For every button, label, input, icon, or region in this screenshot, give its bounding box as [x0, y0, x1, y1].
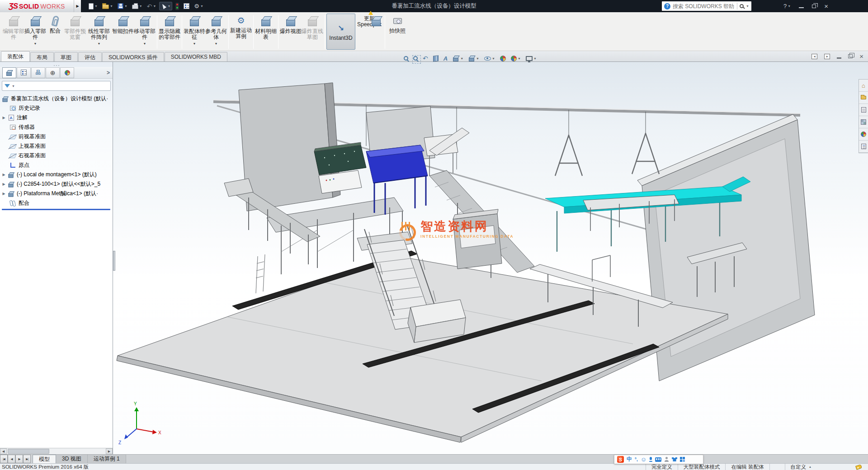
prev-tab-icon[interactable]: ◀ — [8, 455, 15, 463]
toolbox-grid-icon[interactable] — [680, 457, 685, 462]
panel-expand-chevron-icon[interactable]: > — [107, 70, 110, 76]
tab-model[interactable]: 模型 — [33, 455, 56, 463]
menu-flyout-arrow-icon[interactable]: ▶ — [74, 0, 81, 12]
tree-item-history[interactable]: 历史记录 — [1, 103, 113, 113]
annotation-views-button[interactable]: A — [443, 55, 448, 62]
zoom-to-fit-button[interactable] — [404, 56, 408, 61]
tree-item-component-c2854-100[interactable]: ▶(-) C2854-100<1> (默认<<默认>_5 — [1, 179, 113, 189]
file-explorer-tab[interactable] — [859, 104, 868, 116]
punctuation-icon[interactable]: °, — [635, 457, 638, 462]
assembly-features-button[interactable]: 装配体特征▼ — [184, 14, 205, 50]
search-input[interactable] — [673, 3, 735, 9]
options-button[interactable]: ⚙▼ — [193, 2, 205, 10]
linear-component-pattern-button[interactable]: 线性零部件阵列▼ — [86, 14, 112, 50]
bill-of-materials-button[interactable]: 材料明细表 — [255, 14, 277, 50]
doc-minimize-button[interactable] — [837, 57, 841, 59]
expand-arrow-icon[interactable]: ▶ — [1, 192, 7, 196]
rebuild-button[interactable] — [174, 2, 180, 11]
tab-solidworks-addins[interactable]: SOLIDWORKS 插件 — [102, 52, 164, 61]
graphics-viewport[interactable]: Y X Z 智造资料网 INTELLIGENT MANUFACTURING DA… — [113, 62, 868, 454]
move-component-button[interactable]: 移动零部件▼ — [134, 14, 156, 50]
display-manager-tab[interactable] — [60, 67, 74, 78]
new-motion-study-button[interactable]: ⚙新建运动算例 — [230, 14, 252, 50]
dropdown-caret-icon[interactable]: ▼ — [533, 57, 537, 60]
resources-tab[interactable]: ⌂ — [859, 80, 868, 92]
dropdown-caret-icon[interactable]: ▼ — [193, 41, 196, 47]
display-style-button[interactable]: ▼ — [468, 55, 479, 61]
property-manager-tab[interactable] — [17, 67, 31, 78]
doc-restore-button[interactable] — [848, 54, 853, 58]
insert-component-button[interactable]: 插入零部件▼ — [24, 14, 46, 50]
dropdown-caret-icon[interactable]: ▼ — [492, 57, 495, 60]
expand-pane-right-button[interactable]: ▸ — [824, 54, 830, 59]
microphone-icon[interactable] — [649, 457, 652, 462]
section-view-button[interactable] — [433, 56, 439, 61]
tag-icon[interactable] — [855, 464, 862, 470]
tab-solidworks-mbd[interactable]: SOLIDWORKS MBD — [165, 52, 227, 61]
dropdown-caret-icon[interactable]: ▼ — [12, 85, 15, 88]
dropdown-caret-icon[interactable]: ▼ — [143, 41, 146, 47]
options-list-button[interactable] — [182, 2, 191, 10]
help-menu-button[interactable]: ?▼ — [783, 3, 791, 9]
featuremanager-tree-tab[interactable] — [2, 67, 16, 78]
search-icon[interactable] — [740, 4, 744, 8]
update-speedpak-button[interactable]: 更新 Speedpak — [355, 14, 383, 50]
status-customize-menu[interactable]: 自定义▲ — [785, 464, 817, 470]
tree-item-sensors[interactable]: 传感器 — [1, 122, 113, 132]
print-button[interactable]: ▼ — [131, 2, 144, 10]
instant3d-button[interactable]: ↘Instant3D — [326, 14, 355, 50]
dropdown-caret-icon[interactable]: ▼ — [460, 57, 463, 60]
hide-show-items-button[interactable]: ▼ — [484, 56, 495, 61]
open-button[interactable]: ▼ — [101, 2, 114, 10]
scroll-right-icon[interactable]: ▶ — [106, 448, 113, 454]
panel-horizontal-scrollbar[interactable]: ◀ ▶ — [0, 448, 113, 454]
restore-button[interactable] — [812, 5, 816, 8]
tree-item-top-plane[interactable]: 上视基准面 — [1, 141, 113, 151]
view-settings-button[interactable]: ▼ — [526, 56, 537, 61]
tab-sketch[interactable]: 草图 — [54, 52, 78, 61]
dropdown-caret-icon[interactable]: ▼ — [518, 57, 521, 60]
account-icon[interactable] — [664, 457, 669, 462]
emoji-icon[interactable]: ☺ — [641, 456, 646, 462]
dimxpert-manager-tab[interactable]: ⊕ — [46, 67, 60, 78]
dropdown-caret-icon[interactable]: ▼ — [34, 41, 37, 47]
rollback-bar[interactable] — [2, 209, 110, 210]
view-orientation-button[interactable]: ▼ — [453, 55, 463, 61]
tab-motion-study-1[interactable]: 运动算例 1 — [88, 455, 126, 463]
first-tab-icon[interactable]: |◀ — [0, 455, 8, 463]
help-search-box[interactable]: ? ▼ — [662, 1, 751, 11]
edit-appearance-button[interactable] — [500, 56, 506, 61]
tree-filter-box[interactable]: ▼ — [2, 81, 111, 91]
tree-item-mates[interactable]: 配合 — [1, 198, 113, 208]
expand-arrow-icon[interactable]: ▶ — [1, 182, 7, 186]
dropdown-caret-icon[interactable]: ▼ — [476, 57, 479, 60]
smart-fasteners-button[interactable]: 智能扣件 — [112, 14, 134, 50]
doc-close-button[interactable]: × — [859, 53, 863, 60]
chinese-mode-icon[interactable]: 中 — [627, 456, 632, 463]
expand-arrow-icon[interactable]: ▶ — [1, 173, 7, 177]
collapse-pane-left-button[interactable]: ◂ — [811, 54, 817, 59]
save-button[interactable]: ▼ — [116, 2, 129, 10]
tab-assembly[interactable]: 装配体 — [1, 51, 30, 61]
custom-properties-tab[interactable] — [859, 141, 868, 153]
next-tab-icon[interactable]: ▶ — [15, 455, 23, 463]
scroll-left-icon[interactable]: ◀ — [0, 448, 7, 454]
reference-geometry-button[interactable]: 参考几何体▼ — [205, 14, 227, 50]
minimize-button[interactable] — [799, 7, 804, 8]
tree-item-root[interactable]: 番薯加工流水线（设备）设计模型 (默认· — [1, 94, 113, 103]
tree-item-right-plane[interactable]: 右视基准面 — [1, 151, 113, 160]
scrollbar-thumb[interactable] — [8, 449, 49, 454]
undo-button[interactable]: ↶▼ — [146, 2, 158, 10]
apply-scene-button[interactable]: ▼ — [511, 56, 521, 61]
expand-arrow-icon[interactable]: ▶ — [1, 116, 7, 120]
keyboard-icon[interactable] — [655, 457, 661, 462]
exploded-view-button[interactable]: 爆炸视图 — [280, 14, 302, 50]
tab-layout[interactable]: 布局 — [30, 52, 54, 61]
take-snapshot-button[interactable]: 拍快照 — [387, 14, 408, 50]
configuration-manager-tab[interactable]: 品 — [31, 67, 45, 78]
tree-item-component-plataforma[interactable]: ▶(-) Plataforma Met醎ica<1> (默认· — [1, 189, 113, 198]
mate-button[interactable]: 配合 — [46, 14, 64, 50]
show-hidden-components-button[interactable]: 显示隐藏的零部件 — [159, 14, 180, 50]
design-library-tab[interactable] — [859, 92, 868, 104]
tree-item-component-local-de-montagem[interactable]: ▶(-) Local de montagem<1> (默认) — [1, 170, 113, 179]
